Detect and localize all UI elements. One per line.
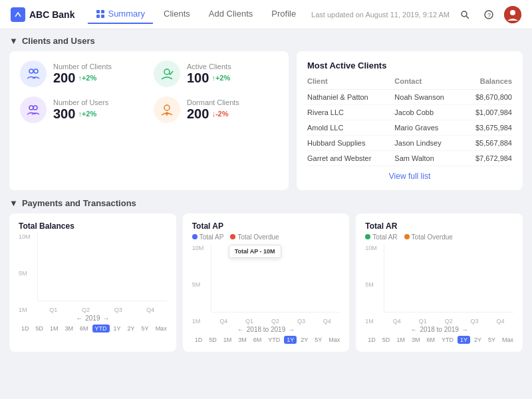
view-full-list-link[interactable]: View full list (307, 172, 512, 181)
time-btn-6m[interactable]: 6M (251, 336, 265, 344)
ap-x-labels: Q4Q1Q2Q3Q4 (211, 318, 340, 325)
time-btn-5d[interactable]: 5D (380, 336, 393, 344)
dormant-info: Dormant Clients 200 ↓-2% (187, 98, 239, 122)
clients-value: 200 (53, 70, 75, 86)
time-btn-5y[interactable]: 5Y (312, 336, 325, 344)
total-ar-legend: Total AR Total Overdue (365, 233, 513, 241)
time-btn-max[interactable]: Max (326, 336, 342, 344)
ar-time-buttons: 1D5D1M3M6MYTD1Y2Y5YMax (365, 336, 513, 344)
time-btn-1d[interactable]: 1D (192, 336, 205, 344)
balances-x-labels: Q1Q2Q3Q4 (37, 307, 167, 313)
ap-time-buttons: 1D5D1M3M6MYTD1Y2Y5YMax (192, 336, 340, 344)
logo-icon (11, 7, 25, 22)
stats-card: Number of Clients 200 ↑+2% (9, 51, 289, 190)
time-btn-1d[interactable]: 1D (19, 325, 32, 332)
time-btn-1m[interactable]: 1M (47, 325, 61, 332)
svg-rect-2 (101, 10, 104, 13)
client-name: Hubbard Supplies (307, 136, 394, 151)
nav-summary[interactable]: Summary (88, 5, 153, 24)
time-btn-1m[interactable]: 1M (394, 336, 408, 344)
time-btn-3m[interactable]: 3M (235, 336, 249, 344)
active-value: 100 (187, 70, 209, 86)
col-contact: Contact (394, 77, 462, 90)
active-label: Active Clients (187, 63, 231, 70)
stat-num-users: Number of Users 300 ↑+2% (20, 96, 144, 123)
active-info: Active Clients 100 ↑+2% (187, 63, 231, 86)
table-row: Garret and WebsterSam Walton$7,672,984 (307, 151, 512, 166)
time-btn-ytd[interactable]: YTD (265, 336, 283, 344)
clients-section-header[interactable]: ▼ Clients and Users (9, 36, 523, 46)
time-btn-1m[interactable]: 1M (221, 336, 235, 344)
total-ar-title: Total AR (365, 221, 513, 231)
overdue-legend-dot (230, 234, 235, 239)
time-btn-1y[interactable]: 1Y (458, 336, 470, 344)
svg-point-17 (166, 114, 168, 116)
dormant-icon-bg (154, 96, 180, 123)
total-ap-title: Total AP (192, 221, 340, 231)
users-icon-bg (20, 96, 47, 123)
time-btn-max[interactable]: Max (499, 336, 516, 344)
nav-add-clients[interactable]: Add Clients (201, 5, 261, 24)
help-button[interactable]: ? (480, 6, 497, 23)
client-balance: $8,670,800 (462, 90, 512, 105)
stat-num-clients: Number of Clients 200 ↑+2% (20, 61, 144, 87)
time-btn-5d[interactable]: 5D (206, 336, 219, 344)
svg-point-16 (164, 105, 170, 110)
col-balances: Balances (462, 77, 512, 90)
nav-clients[interactable]: Clients (156, 5, 198, 24)
total-balances-card: Total Balances 10M 5M 1M Q1Q2Q3Q4 ← 2019… (9, 213, 176, 352)
summary-icon (96, 9, 105, 19)
time-btn-1d[interactable]: 1D (365, 336, 378, 344)
total-ar-chart: 10M 5M 1M Q4Q1Q2Q3Q4 (365, 245, 513, 325)
navbar: ABC Bank Summary Clients Add Clients Pro… (0, 0, 532, 29)
time-btn-6m[interactable]: 6M (424, 336, 438, 344)
svg-point-12 (34, 69, 38, 73)
active-icon-bg (154, 61, 180, 87)
time-btn-2y[interactable]: 2Y (298, 336, 311, 344)
time-btn-max[interactable]: Max (153, 325, 170, 332)
dormant-change: ↓-2% (211, 110, 228, 118)
time-btn-ytd[interactable]: YTD (439, 336, 456, 344)
time-btn-3m[interactable]: 3M (409, 336, 423, 344)
total-ap-card: Total AP Total AP Total Overdue 10M 5M 1… (183, 213, 350, 352)
time-btn-1y[interactable]: 1Y (111, 325, 124, 332)
clients-value-row: 200 ↑+2% (53, 70, 112, 86)
main-content: ▼ Clients and Users Nu (0, 29, 532, 399)
app-logo[interactable]: ABC Bank (11, 7, 74, 22)
client-contact: Jason Lindsey (394, 136, 462, 151)
table-row: Hubbard SuppliesJason Lindsey$5,567,884 (307, 136, 512, 151)
top-row: Number of Clients 200 ↑+2% (9, 51, 523, 190)
ar-year: ← 2018 to 2019 → (365, 326, 513, 333)
client-contact: Sam Walton (394, 151, 462, 166)
col-client: Client (307, 77, 394, 90)
table-row: Rivera LLCJacob Cobb$1,007,984 (307, 105, 512, 120)
search-button[interactable] (456, 6, 473, 23)
nav-meta: Last updated on August 11, 2019, 9:12 AM… (311, 6, 521, 23)
ap-legend-dot (192, 234, 198, 239)
stat-active-clients: Active Clients 100 ↑+2% (154, 61, 278, 87)
total-ar-card: Total AR Total AR Total Overdue 10M 5M 1… (356, 213, 523, 352)
nav-profile[interactable]: Profile (263, 5, 304, 24)
total-ap-chart: 10M 5M 1M Q4Q1Q2Q3Q4 Total AP - 10M (192, 245, 340, 325)
svg-rect-1 (96, 10, 100, 13)
time-btn-1y[interactable]: 1Y (284, 336, 297, 344)
active-clients-card: Most Active Clients Client Contact Balan… (297, 51, 523, 190)
help-icon: ? (484, 10, 493, 19)
time-btn-2y[interactable]: 2Y (125, 325, 138, 332)
time-btn-2y[interactable]: 2Y (471, 336, 484, 344)
time-btn-3m[interactable]: 3M (63, 325, 76, 332)
clients-section-title: Clients and Users (22, 36, 95, 46)
payments-section-title: Payments and Transactions (22, 198, 136, 208)
time-btn-ytd[interactable]: YTD (92, 325, 110, 332)
user-avatar[interactable] (504, 6, 521, 23)
active-value-row: 100 ↑+2% (187, 70, 231, 86)
table-row: Amold LLCMario Graves$3,675,984 (307, 120, 512, 136)
balances-time-buttons: 1D5D1M3M6MYTD1Y2Y5YMax (19, 325, 167, 332)
time-btn-5d[interactable]: 5D (33, 325, 47, 332)
payments-section-header[interactable]: ▼ Payments and Transactions (9, 198, 523, 208)
time-btn-6m[interactable]: 6M (77, 325, 91, 332)
time-btn-5y[interactable]: 5Y (485, 336, 498, 344)
chevron-icon: ▼ (9, 36, 18, 46)
ap-tooltip: Total AP - 10M (229, 245, 281, 258)
time-btn-5y[interactable]: 5Y (139, 325, 152, 332)
